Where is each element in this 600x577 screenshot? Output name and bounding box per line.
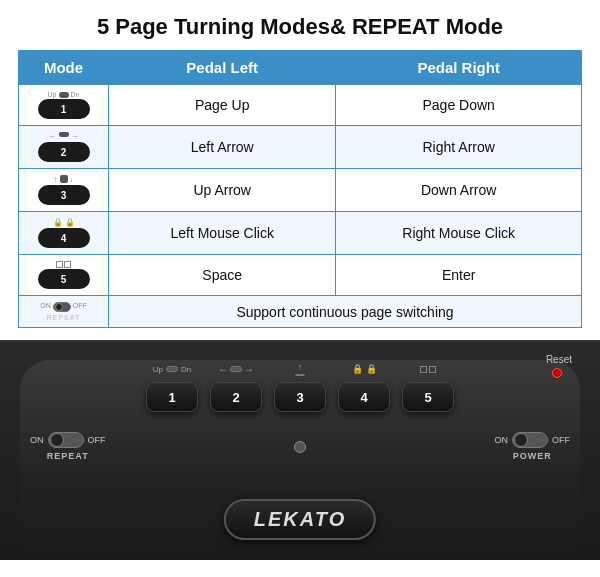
table-row: 🔒🔒 4 Left Mouse Click Right Mouse Click	[19, 212, 582, 255]
col-header-pedal-right: Pedal Right	[336, 51, 582, 85]
power-on-label: ON	[495, 435, 509, 445]
repeat-on-label: ON	[30, 435, 44, 445]
pedal-btn-group-2: ← → 2	[210, 362, 262, 412]
pedal-right-3: Down Arrow	[336, 169, 582, 212]
repeat-group: ON OFF REPEAT	[30, 432, 106, 461]
power-label: POWER	[513, 451, 552, 461]
table-row: ↑↓ 3 Up Arrow Down Arrow	[19, 169, 582, 212]
col-header-pedal-left: Pedal Left	[109, 51, 336, 85]
pedal-left-4: Left Mouse Click	[109, 212, 336, 255]
page-title: 5 Page Turning Modes& REPEAT Mode	[0, 0, 600, 50]
pedal-button-4[interactable]: 4	[338, 382, 390, 412]
center-led	[294, 441, 306, 453]
repeat-off-label: OFF	[88, 435, 106, 445]
repeat-toggle-knob	[50, 433, 64, 447]
modes-table: Mode Pedal Left Pedal Right UpDn 1	[18, 50, 582, 328]
pedal-left-1: Page Up	[109, 85, 336, 126]
pedal-button-3[interactable]: 3	[274, 382, 326, 412]
repeat-toggle-row: ON OFF	[30, 432, 106, 448]
pedal-right-2: Right Arrow	[336, 126, 582, 169]
pedal-buttons-row: Up Dn 1 ← → 2	[30, 362, 570, 412]
pedal-btn-group-5: 5	[402, 362, 454, 412]
col-header-mode: Mode	[19, 51, 109, 85]
mode-cell-1: UpDn 1	[19, 85, 109, 126]
table-row: ON OFF REPEAT Support continuous page sw…	[19, 296, 582, 328]
page-wrapper: 5 Page Turning Modes& REPEAT Mode Mode P…	[0, 0, 600, 560]
pedal-button-2[interactable]: 2	[210, 382, 262, 412]
pedal-button-1[interactable]: 1	[146, 382, 198, 412]
table-row: 5 Space Enter	[19, 255, 582, 296]
pedal-device: Reset Up Dn 1 ← →	[0, 340, 600, 560]
repeat-label: REPEAT	[47, 451, 89, 461]
table-row: UpDn 1 Page Up Page Down	[19, 85, 582, 126]
pedal-left-2: Left Arrow	[109, 126, 336, 169]
pedal-btn-group-4: 🔒 🔒 4	[338, 362, 390, 412]
power-toggle-row: ON OFF	[495, 432, 571, 448]
table-row: ←→ 2 Left Arrow Right Arrow	[19, 126, 582, 169]
pedal-btn-group-3: ↑ ↓ 3	[274, 362, 326, 412]
mode-cell-5: 5	[19, 255, 109, 296]
pedal-button-5[interactable]: 5	[402, 382, 454, 412]
mode-cell-2: ←→ 2	[19, 126, 109, 169]
repeat-description: Support continuous page switching	[109, 296, 582, 328]
lekato-logo: LEKATO	[224, 499, 376, 540]
mode-cell-repeat: ON OFF REPEAT	[19, 296, 109, 328]
pedal-right-5: Enter	[336, 255, 582, 296]
bottom-controls-row: ON OFF REPEAT ON OFF	[30, 432, 570, 461]
mode-cell-3: ↑↓ 3	[19, 169, 109, 212]
mode-cell-4: 🔒🔒 4	[19, 212, 109, 255]
pedal-right-1: Page Down	[336, 85, 582, 126]
power-toggle-knob	[514, 433, 528, 447]
pedal-btn-group-1: Up Dn 1	[146, 362, 198, 412]
repeat-toggle[interactable]	[48, 432, 84, 448]
pedal-left-5: Space	[109, 255, 336, 296]
table-wrapper: Mode Pedal Left Pedal Right UpDn 1	[0, 50, 600, 340]
power-off-label: OFF	[552, 435, 570, 445]
pedal-right-4: Right Mouse Click	[336, 212, 582, 255]
power-group: ON OFF POWER	[495, 432, 571, 461]
pedal-left-3: Up Arrow	[109, 169, 336, 212]
power-toggle[interactable]	[512, 432, 548, 448]
